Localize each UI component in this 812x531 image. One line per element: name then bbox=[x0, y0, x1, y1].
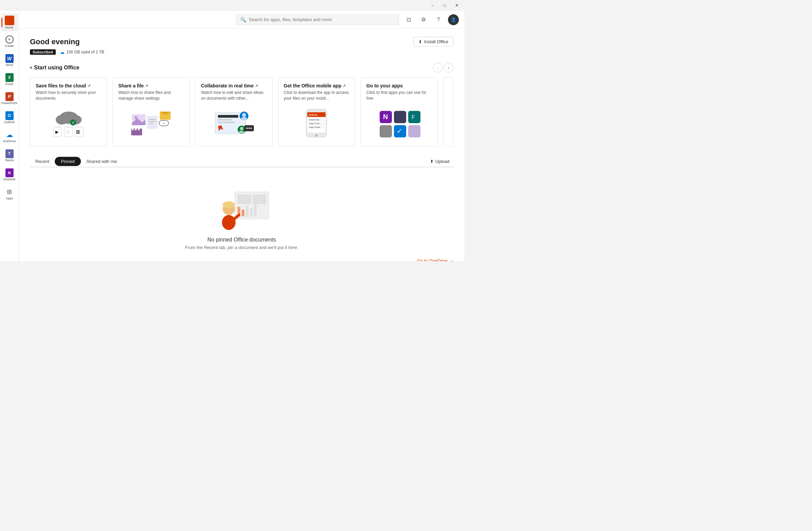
sidebar-item-excel[interactable]: X Excel bbox=[1, 71, 18, 88]
section-header: ▾ Start using Office ‹ › bbox=[30, 63, 453, 72]
avatar[interactable]: 👤 bbox=[448, 14, 459, 25]
teams-icon: T bbox=[5, 150, 14, 158]
upload-label: Upload bbox=[435, 159, 449, 164]
svg-text:Transfer Files: Transfer Files bbox=[309, 119, 319, 121]
help-icon[interactable]: ? bbox=[433, 14, 444, 25]
svg-text:▶: ▶ bbox=[55, 130, 59, 134]
card-title-share-file: Share a file ↗ bbox=[118, 83, 184, 88]
search-input[interactable] bbox=[249, 17, 395, 22]
excel-icon: X bbox=[5, 73, 14, 82]
ext-link-icon: ↗ bbox=[87, 84, 90, 88]
sidebar-label-home: Home bbox=[5, 26, 13, 29]
svg-point-37 bbox=[241, 117, 247, 121]
svg-rect-18 bbox=[147, 116, 158, 129]
svg-text:✓: ✓ bbox=[397, 127, 403, 135]
svg-point-36 bbox=[242, 113, 246, 117]
svg-text:N: N bbox=[383, 113, 388, 121]
upload-button[interactable]: ⬆ Upload bbox=[426, 157, 453, 166]
sidebar-label-powerpoint: PowerPoint bbox=[1, 101, 17, 105]
card-overflow-indicator bbox=[443, 77, 453, 146]
sidebar-item-create[interactable]: + Create bbox=[1, 33, 18, 50]
sidebar-label-apps: Apps bbox=[6, 197, 13, 200]
tab-recent[interactable]: Recent bbox=[30, 156, 55, 167]
sidebar-item-onedrive[interactable]: ☁ OneDrive bbox=[1, 128, 18, 145]
topbar: 🔍 ⊡ ⚙ ? 👤 bbox=[19, 11, 464, 29]
sidebar-item-home[interactable]: Home bbox=[1, 14, 18, 31]
sidebar-item-apps[interactable]: ⊞ Apps bbox=[1, 185, 18, 203]
greeting-text: Good evening bbox=[30, 38, 80, 46]
next-card-button[interactable]: › bbox=[444, 63, 453, 72]
card-desc-share-file: Watch how to share files and manage shar… bbox=[118, 90, 184, 101]
sidebar-item-word[interactable]: W Word bbox=[1, 52, 18, 69]
app-container: Home + Create W Word X Excel P PowerPoin… bbox=[0, 11, 464, 261]
search-box[interactable]: 🔍 bbox=[236, 14, 399, 25]
empty-state-title: No pinned Office documents bbox=[207, 237, 276, 243]
go-onedrive-row: Go to OneDrive → bbox=[30, 258, 453, 261]
section-title-text: Start using Office bbox=[34, 65, 79, 71]
svg-text:Image To Slide: Image To Slide bbox=[309, 126, 320, 128]
svg-rect-65 bbox=[408, 125, 420, 137]
install-office-button[interactable]: ⬇ Install Office bbox=[413, 37, 453, 46]
card-desc-mobile-app: Click to download the app to access your… bbox=[284, 90, 349, 101]
start-section-toggle[interactable]: ▾ Start using Office bbox=[30, 65, 79, 71]
card-illus-go-apps: N F ✓ bbox=[366, 105, 432, 141]
storage-cloud-icon: ☁ bbox=[60, 49, 64, 55]
greeting-row: Good evening ⬇ Install Office bbox=[30, 37, 453, 46]
word-icon: W bbox=[5, 54, 14, 62]
svg-rect-28 bbox=[135, 129, 136, 130]
svg-text:Image To Text: Image To Text bbox=[309, 123, 320, 125]
card-save-cloud: Save files to the cloud ↗ Watch how to s… bbox=[30, 77, 107, 146]
svg-point-40 bbox=[239, 131, 244, 133]
svg-text:Actions: Actions bbox=[309, 114, 317, 116]
svg-text:📄: 📄 bbox=[66, 130, 70, 134]
svg-rect-70 bbox=[242, 210, 244, 216]
card-desc-go-apps: Click to find apps you can use for free bbox=[366, 90, 432, 101]
empty-state-subtitle: From the Recent tab, pin a document and … bbox=[185, 245, 298, 250]
svg-text:🖼: 🖼 bbox=[76, 130, 80, 134]
active-indicator bbox=[1, 18, 2, 27]
settings-icon[interactable]: ⚙ bbox=[418, 14, 429, 25]
subscribed-badge: Subscribed bbox=[30, 49, 56, 55]
minimize-button[interactable]: − bbox=[427, 1, 437, 10]
card-desc-save-cloud: Watch how to securely store your documen… bbox=[36, 90, 101, 101]
card-go-apps: Go to your apps Click to find apps you c… bbox=[361, 77, 438, 146]
svg-point-45 bbox=[250, 128, 252, 129]
sidebar-item-teams[interactable]: T Teams bbox=[1, 147, 18, 165]
sidebar-label-excel: Excel bbox=[5, 82, 13, 86]
card-mobile-app: Get the Office mobile app ↗ Click to dow… bbox=[278, 77, 355, 146]
tabs-row: Recent Pinned Shared with me ⬆ Upload bbox=[30, 156, 453, 167]
cast-icon[interactable]: ⊡ bbox=[403, 14, 414, 25]
svg-point-44 bbox=[248, 128, 250, 129]
tab-pinned[interactable]: Pinned bbox=[55, 157, 81, 166]
upload-icon: ⬆ bbox=[430, 159, 434, 164]
sidebar-item-outlook[interactable]: O Outlook bbox=[1, 109, 18, 127]
onenote-icon: N bbox=[5, 169, 14, 177]
svg-rect-71 bbox=[246, 206, 248, 216]
svg-text:F: F bbox=[411, 114, 415, 120]
svg-rect-67 bbox=[237, 195, 251, 204]
search-icon: 🔍 bbox=[240, 17, 246, 23]
maximize-button[interactable]: □ bbox=[440, 1, 449, 10]
card-illus-mobile-app: Actions Transfer Files Image To Text Ima… bbox=[284, 105, 349, 141]
close-button[interactable]: ✕ bbox=[452, 1, 462, 10]
go-onedrive-link[interactable]: Go to OneDrive → bbox=[417, 258, 453, 261]
sidebar: Home + Create W Word X Excel P PowerPoin… bbox=[0, 11, 19, 261]
collab-ext-link-icon: ↗ bbox=[255, 84, 258, 88]
sidebar-label-teams: Teams bbox=[5, 158, 14, 162]
svg-rect-72 bbox=[250, 208, 252, 216]
outlook-icon: O bbox=[5, 112, 14, 120]
share-ext-link-icon: ↗ bbox=[145, 84, 148, 88]
card-collaborate: Collaborate in real time ↗ Watch how to … bbox=[195, 77, 272, 146]
arrow-right-icon: → bbox=[449, 258, 453, 261]
chevron-down-icon: ▾ bbox=[30, 65, 32, 70]
prev-card-button[interactable]: ‹ bbox=[433, 63, 443, 72]
mobile-ext-link-icon: ↗ bbox=[343, 84, 346, 88]
sidebar-label-create: Create bbox=[5, 44, 14, 47]
empty-state: No pinned Office documents From the Rece… bbox=[30, 176, 453, 261]
titlebar: − □ ✕ bbox=[0, 0, 464, 11]
sidebar-item-onenote[interactable]: N OneNote bbox=[1, 166, 18, 184]
svg-rect-29 bbox=[138, 129, 140, 130]
sidebar-item-powerpoint[interactable]: P PowerPoint bbox=[1, 90, 18, 108]
tab-shared[interactable]: Shared with me bbox=[81, 156, 122, 167]
card-title-mobile-app: Get the Office mobile app ↗ bbox=[284, 83, 349, 88]
